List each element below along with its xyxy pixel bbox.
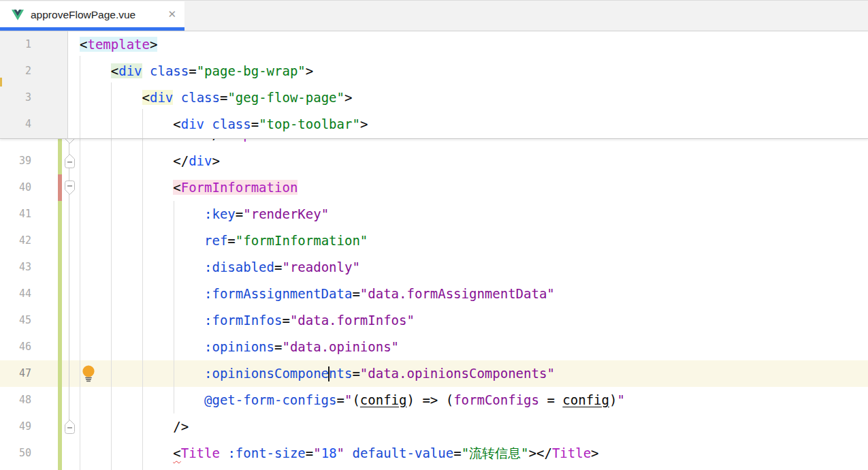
code-line-41[interactable]: 41 :key="renderKey"	[0, 201, 868, 228]
code-token: class	[212, 116, 251, 131]
code-token: default-value	[352, 445, 453, 460]
code-token: =	[352, 366, 359, 381]
code-token: config	[360, 392, 407, 407]
code-token: :opinionsCompone	[204, 366, 329, 381]
code-token	[80, 366, 204, 381]
line-number[interactable]: 48	[0, 387, 31, 413]
code-token: 18	[321, 445, 337, 460]
code-line-40[interactable]: 40 <FormInformation	[0, 174, 868, 201]
fold-marker-line-39[interactable]	[64, 153, 76, 169]
line-number[interactable]: 3	[0, 84, 31, 111]
code-token: nts	[329, 366, 352, 381]
line-number[interactable]: 46	[0, 334, 31, 360]
code-text: :opinionsComponents="data.opinionsCompon…	[0, 360, 868, 387]
code-text: <template>	[0, 31, 868, 58]
code-token	[344, 445, 352, 460]
line-number[interactable]: 45	[0, 307, 31, 334]
line-number[interactable]: 44	[0, 281, 31, 307]
code-token: =>	[415, 392, 446, 407]
code-token: </	[536, 445, 552, 460]
code-token	[80, 339, 204, 354]
code-token: =	[189, 63, 196, 78]
code-token: Title	[552, 445, 591, 460]
code-token: :disabled	[204, 260, 274, 275]
code-token: config	[562, 392, 609, 407]
code-line-48[interactable]: 48 @get-form-configs="(config) => (formC…	[0, 387, 868, 413]
code-token: formConfigs	[453, 392, 539, 407]
code-token: =	[352, 286, 359, 301]
code-token: =	[337, 392, 344, 407]
code-line-50[interactable]: 50 <Title :font-size="18" default-value=…	[0, 440, 868, 467]
code-text: <FormInformation	[0, 174, 868, 201]
code-token: =	[274, 260, 282, 275]
tab-close-icon[interactable]: ✕	[167, 10, 176, 20]
code-token: >	[591, 445, 598, 460]
intention-bulb-icon[interactable]	[81, 364, 96, 382]
code-token	[204, 116, 212, 131]
code-token: =	[274, 339, 282, 354]
code-token: <	[80, 37, 87, 52]
code-token: =	[220, 90, 227, 105]
code-line-47[interactable]: 47 :opinionsComponents="data.opinionsCom…	[0, 360, 868, 387]
line-number[interactable]: 4	[0, 111, 31, 138]
code-token: <	[173, 116, 180, 131]
line-number[interactable]: 42	[0, 228, 31, 254]
code-line-42[interactable]: 42 ref="formInformation"	[0, 228, 868, 254]
code-editor[interactable]: </a-space>39 </div>40 <FormInformation41…	[0, 31, 868, 470]
code-line-49[interactable]: 49 />	[0, 413, 868, 440]
code-token	[173, 90, 180, 105]
vue-logo-icon	[12, 10, 24, 20]
line-number[interactable]: 41	[0, 201, 31, 228]
line-number[interactable]: 43	[0, 254, 31, 281]
code-token: )	[609, 392, 617, 407]
code-token	[80, 445, 173, 460]
code-token: template	[87, 37, 150, 52]
code-line-43[interactable]: 43 :disabled="readonly"	[0, 254, 868, 281]
code-token: </	[173, 153, 189, 168]
fold-marker-line-40[interactable]	[64, 180, 76, 195]
code-token: "top-toolbar"	[259, 116, 360, 131]
tab-approveflowpage[interactable]: approveFlowPage.vue ✕	[0, 1, 184, 31]
code-text: :disabled="readonly"	[0, 254, 868, 281]
code-token	[80, 419, 173, 434]
code-line-44[interactable]: 44 :formAssignmentData="data.formAssignm…	[0, 281, 868, 307]
code-token: =	[306, 445, 313, 460]
line-number[interactable]: 40	[0, 174, 31, 201]
fold-marker-line-49[interactable]	[64, 419, 76, 435]
code-token: >	[344, 90, 352, 105]
line-number[interactable]: 49	[0, 413, 31, 440]
sticky-rows: 1<template>2 <div class="page-bg-wrap">3…	[0, 31, 868, 138]
code-line-1[interactable]: 1<template>	[0, 31, 868, 58]
line-number[interactable]: 1	[0, 31, 31, 58]
code-token: "流转信息"	[462, 445, 529, 460]
code-token: ref	[204, 233, 227, 248]
code-token: :formAssignmentData	[204, 286, 352, 301]
line-number[interactable]: 50	[0, 440, 31, 467]
code-line-3[interactable]: 3 <div class="geg-flow-page">	[0, 84, 868, 111]
code-token: "	[337, 445, 344, 460]
code-text: @get-form-configs="(config) => (formConf…	[0, 387, 868, 413]
line-number[interactable]: 2	[0, 58, 31, 84]
code-line-4[interactable]: 4 <div class="top-toolbar">	[0, 111, 868, 138]
code-token: >	[306, 63, 313, 78]
code-token: =	[282, 313, 289, 328]
line-number[interactable]: 47	[0, 360, 31, 387]
code-line-39[interactable]: 39 </div>	[0, 148, 868, 174]
code-token: FormInformation	[181, 180, 298, 195]
line-number[interactable]: 39	[0, 148, 31, 174]
code-token	[80, 63, 111, 78]
code-token	[80, 206, 204, 221]
code-line-45[interactable]: 45 :formInfos="data.formInfos"	[0, 307, 868, 334]
code-token	[80, 90, 142, 105]
code-token: Title	[181, 445, 220, 460]
code-token	[80, 313, 204, 328]
code-line-2[interactable]: 2 <div class="page-bg-wrap">	[0, 58, 868, 84]
code-token: (	[352, 392, 359, 407]
code-token: @get-form-configs	[204, 392, 336, 407]
code-token	[80, 116, 173, 131]
code-token: "formInformation"	[236, 233, 368, 248]
code-token: <	[111, 63, 118, 78]
code-token: >	[150, 37, 157, 52]
code-token: "readonly"	[282, 260, 359, 275]
code-line-46[interactable]: 46 :opinions="data.opinions"	[0, 334, 868, 360]
